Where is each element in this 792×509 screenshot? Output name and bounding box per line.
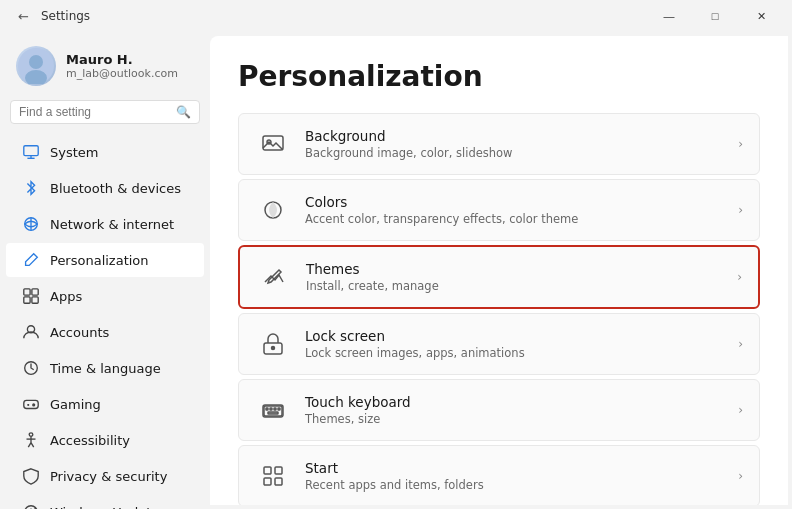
- accessibility-label: Accessibility: [50, 433, 130, 448]
- accessibility-icon: [22, 431, 40, 449]
- sidebar: Mauro H. m_lab@outlook.com 🔍 System: [0, 32, 210, 509]
- colors-icon: [255, 192, 291, 228]
- settings-item-background[interactable]: Background Background image, color, slid…: [238, 113, 760, 175]
- update-label: Windows Update: [50, 505, 159, 510]
- gaming-icon: [22, 395, 40, 413]
- background-title: Background: [305, 128, 730, 144]
- background-text: Background Background image, color, slid…: [305, 128, 730, 160]
- gaming-label: Gaming: [50, 397, 101, 412]
- title-bar-controls: — □ ✕: [646, 0, 784, 32]
- svg-point-17: [33, 404, 35, 406]
- svg-rect-11: [32, 297, 38, 303]
- themes-icon: [256, 259, 292, 295]
- bluetooth-icon: [22, 179, 40, 197]
- nav-item-bluetooth[interactable]: Bluetooth & devices: [6, 171, 204, 205]
- apps-label: Apps: [50, 289, 82, 304]
- nav-item-gaming[interactable]: Gaming: [6, 387, 204, 421]
- svg-line-21: [28, 443, 31, 448]
- settings-item-touchkeyboard[interactable]: Touch keyboard Themes, size ›: [238, 379, 760, 441]
- user-profile[interactable]: Mauro H. m_lab@outlook.com: [0, 36, 210, 100]
- system-icon: [22, 143, 40, 161]
- lockscreen-title: Lock screen: [305, 328, 730, 344]
- update-icon: [22, 503, 40, 509]
- privacy-icon: [22, 467, 40, 485]
- title-bar: ← Settings — □ ✕: [0, 0, 792, 32]
- colors-chevron: ›: [738, 203, 743, 217]
- start-desc: Recent apps and items, folders: [305, 478, 730, 492]
- colors-text: Colors Accent color, transparency effect…: [305, 194, 730, 226]
- svg-point-1: [29, 55, 43, 69]
- nav-item-accounts[interactable]: Accounts: [6, 315, 204, 349]
- colors-title: Colors: [305, 194, 730, 210]
- lockscreen-desc: Lock screen images, apps, animations: [305, 346, 730, 360]
- svg-rect-41: [278, 408, 280, 410]
- settings-item-start[interactable]: Start Recent apps and items, folders ›: [238, 445, 760, 505]
- content-area: Personalization Background Background im…: [210, 36, 788, 505]
- time-label: Time & language: [50, 361, 161, 376]
- settings-item-colors[interactable]: Colors Accent color, transparency effect…: [238, 179, 760, 241]
- search-box[interactable]: 🔍: [10, 100, 200, 124]
- svg-rect-40: [274, 408, 276, 410]
- nav-item-apps[interactable]: Apps: [6, 279, 204, 313]
- user-email: m_lab@outlook.com: [66, 67, 178, 80]
- nav-item-privacy[interactable]: Privacy & security: [6, 459, 204, 493]
- personalization-icon: [22, 251, 40, 269]
- svg-rect-3: [24, 146, 38, 156]
- app-body: Mauro H. m_lab@outlook.com 🔍 System: [0, 32, 792, 509]
- minimize-button[interactable]: —: [646, 0, 692, 32]
- background-icon: [255, 126, 291, 162]
- avatar: [16, 46, 56, 86]
- close-button[interactable]: ✕: [738, 0, 784, 32]
- personalization-label: Personalization: [50, 253, 149, 268]
- start-icon: [255, 458, 291, 494]
- user-name: Mauro H.: [66, 52, 178, 67]
- bluetooth-label: Bluetooth & devices: [50, 181, 181, 196]
- apps-icon: [22, 287, 40, 305]
- network-label: Network & internet: [50, 217, 174, 232]
- nav-item-accessibility[interactable]: Accessibility: [6, 423, 204, 457]
- colors-desc: Accent color, transparency effects, colo…: [305, 212, 730, 226]
- title-bar-title: Settings: [41, 9, 90, 23]
- svg-rect-8: [24, 289, 30, 295]
- settings-item-lockscreen[interactable]: Lock screen Lock screen images, apps, an…: [238, 313, 760, 375]
- search-input[interactable]: [19, 105, 170, 119]
- maximize-button[interactable]: □: [692, 0, 738, 32]
- svg-point-28: [272, 347, 275, 350]
- touchkeyboard-title: Touch keyboard: [305, 394, 730, 410]
- svg-rect-46: [275, 478, 282, 485]
- svg-rect-29: [263, 405, 283, 417]
- settings-item-themes[interactable]: Themes Install, create, manage ›: [238, 245, 760, 309]
- nav-item-update[interactable]: Windows Update: [6, 495, 204, 509]
- nav-item-network[interactable]: Network & internet: [6, 207, 204, 241]
- start-text: Start Recent apps and items, folders: [305, 460, 730, 492]
- svg-rect-14: [24, 400, 38, 408]
- nav-item-system[interactable]: System: [6, 135, 204, 169]
- lockscreen-icon: [255, 326, 291, 362]
- touchkeyboard-chevron: ›: [738, 403, 743, 417]
- search-icon: 🔍: [176, 105, 191, 119]
- network-icon: [22, 215, 40, 233]
- user-info: Mauro H. m_lab@outlook.com: [66, 52, 178, 80]
- svg-rect-43: [264, 467, 271, 474]
- back-icon[interactable]: ←: [12, 7, 35, 26]
- start-chevron: ›: [738, 469, 743, 483]
- themes-text: Themes Install, create, manage: [306, 261, 729, 293]
- touchkeyboard-icon: [255, 392, 291, 428]
- privacy-label: Privacy & security: [50, 469, 167, 484]
- svg-rect-42: [268, 412, 278, 414]
- accounts-label: Accounts: [50, 325, 109, 340]
- svg-rect-44: [275, 467, 282, 474]
- start-title: Start: [305, 460, 730, 476]
- touchkeyboard-text: Touch keyboard Themes, size: [305, 394, 730, 426]
- svg-rect-10: [24, 297, 30, 303]
- themes-chevron: ›: [737, 270, 742, 284]
- svg-point-18: [29, 433, 33, 437]
- accounts-icon: [22, 323, 40, 341]
- nav-item-personalization[interactable]: Personalization: [6, 243, 204, 277]
- avatar-image: [16, 46, 56, 86]
- svg-rect-38: [266, 408, 268, 410]
- themes-desc: Install, create, manage: [306, 279, 729, 293]
- svg-rect-39: [270, 408, 272, 410]
- lockscreen-text: Lock screen Lock screen images, apps, an…: [305, 328, 730, 360]
- nav-item-time[interactable]: Time & language: [6, 351, 204, 385]
